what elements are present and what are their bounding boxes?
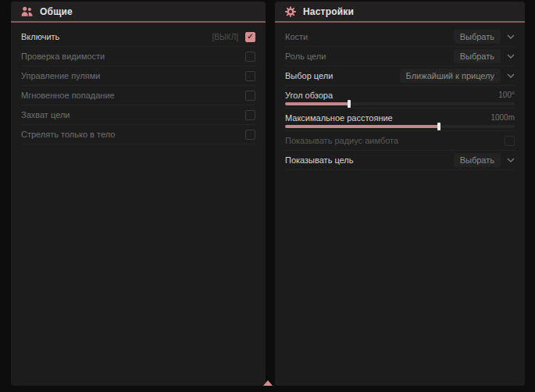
bones-select[interactable]: Выбрать [454,30,515,44]
select-label: Показывать цель [285,155,454,165]
select-value[interactable]: Выбрать [454,153,501,167]
toggle-label: Проверка видимости [21,52,245,61]
settings-panel-header: Настройки [275,2,525,23]
slider-label: Максимальное расстояние [285,113,490,123]
select-row-target-selection[interactable]: Выбор цели Ближайший к прицелу [285,66,515,86]
slider-label: Угол обзора [285,91,498,100]
show-target-select[interactable]: Выбрать [454,153,515,167]
chevron-down-icon [507,54,515,59]
select-row-show-target[interactable]: Показывать цель Выбрать [285,151,515,170]
checkmark-icon: ✓ [247,33,253,41]
select-row-target-role[interactable]: Роль цели Выбрать [285,47,515,66]
select-value[interactable]: Выбрать [454,30,501,44]
fov-slider[interactable] [285,102,515,105]
checkbox-instant-hit[interactable] [245,91,255,101]
slider-row-max-distance: Максимальное расстояние 1000m [285,109,515,131]
chevron-down-icon [507,158,515,162]
checkbox-bullet-control[interactable] [245,71,255,81]
slider-thumb[interactable] [437,123,440,130]
checkbox-body-only[interactable] [245,130,255,140]
settings-panel: Настройки Кости Выбрать Роль цели Выбрат… [275,2,525,386]
max-distance-slider[interactable] [285,125,515,128]
settings-panel-body: Кости Выбрать Роль цели Выбрать Выбор це… [275,23,525,170]
select-value[interactable]: Выбрать [454,49,501,63]
toggle-row-bullet-control[interactable]: Управление пулями [21,66,255,86]
checkbox-visibility-check[interactable] [245,52,255,62]
chevron-down-icon [507,34,515,39]
general-panel-title: Общие [40,6,73,17]
slider-row-fov: Угол обзора 100° [285,86,515,109]
slider-fill [285,102,349,105]
toggle-label: Мгновенное попадание [21,91,245,100]
select-label: Роль цели [285,52,454,61]
toggle-label: Управление пулями [21,71,245,80]
general-panel-body: Включить [ВЫКЛ] ✓ Проверка видимости Упр… [11,23,266,144]
settings-panel-title: Настройки [303,6,354,17]
checkbox-target-lock[interactable] [245,110,255,120]
cursor-icon [263,380,273,386]
toggle-row-target-lock[interactable]: Захват цели [21,105,255,125]
general-panel: Общие Включить [ВЫКЛ] ✓ Проверка видимос… [11,2,266,386]
gear-icon [285,6,296,17]
toggle-row-body-only[interactable]: Стрелять только в тело [21,125,255,144]
slider-fill [285,125,439,128]
toggle-label: Показывать радиус аимбота [285,136,505,145]
toggle-row-show-aimbot-radius[interactable]: Показывать радиус аимбота [285,131,515,151]
general-panel-header: Общие [11,2,266,23]
slider-value: 1000m [490,113,515,122]
select-row-bones[interactable]: Кости Выбрать [285,27,515,47]
select-value[interactable]: Ближайший к прицелу [400,69,501,83]
toggle-row-visibility-check[interactable]: Проверка видимости [21,47,255,66]
checkbox-show-aimbot-radius[interactable] [505,136,515,146]
target-selection-select[interactable]: Ближайший к прицелу [400,69,515,83]
toggle-label: Захват цели [21,110,245,119]
slider-value: 100° [498,91,515,99]
toggle-label: Стрелять только в тело [21,130,245,139]
chevron-down-icon [507,73,515,78]
select-label: Кости [285,32,454,41]
keybind-badge[interactable]: [ВЫКЛ] [212,33,238,41]
checkbox-enable[interactable]: ✓ [245,32,255,42]
toggle-row-instant-hit[interactable]: Мгновенное попадание [21,86,255,105]
slider-thumb[interactable] [348,100,351,108]
target-role-select[interactable]: Выбрать [454,49,515,63]
select-label: Выбор цели [285,71,400,80]
toggle-row-enable[interactable]: Включить [ВЫКЛ] ✓ [21,27,255,47]
users-icon [21,6,33,17]
toggle-label: Включить [21,32,212,41]
